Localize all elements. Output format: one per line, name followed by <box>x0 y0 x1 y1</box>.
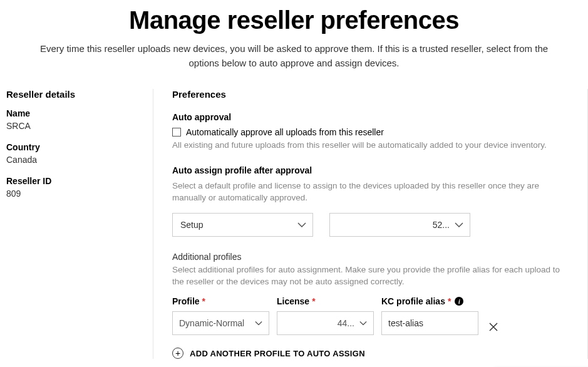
license-select[interactable]: 44... <box>277 311 374 335</box>
required-asterisk: * <box>312 296 315 306</box>
default-profile-select[interactable]: Setup <box>172 213 313 237</box>
detail-name-label: Name <box>6 108 140 118</box>
chevron-down-icon <box>297 222 306 227</box>
auto-approve-label: Automatically approve all uploads from t… <box>186 127 384 137</box>
auto-approval-heading: Auto approval <box>172 112 569 122</box>
chevron-down-icon <box>359 321 367 326</box>
chevron-down-icon <box>255 321 262 326</box>
additional-help: Select additional profiles for auto assi… <box>172 264 569 288</box>
profile-field-label: Profile <box>172 296 200 306</box>
license-field-label: License <box>277 296 309 306</box>
alias-input[interactable]: test-alias <box>381 311 478 335</box>
default-license-select[interactable]: 52... <box>329 213 470 237</box>
sidebar-heading: Reseller details <box>6 89 140 100</box>
default-profile-value: Setup <box>180 220 204 230</box>
content-heading: Preferences <box>172 89 569 100</box>
detail-country-label: Country <box>6 142 140 152</box>
detail-country-value: Canada <box>6 155 140 165</box>
profile-select[interactable]: Dynamic-Normal <box>172 311 269 335</box>
auto-approve-checkbox[interactable] <box>172 128 181 137</box>
page-title: Manage reseller preferences <box>38 6 550 34</box>
required-asterisk: * <box>202 296 205 306</box>
auto-approve-help: All existing and future uploads from thi… <box>172 140 569 152</box>
auto-assign-help: Select a default profile and license to … <box>172 180 569 204</box>
chevron-down-icon <box>455 222 463 227</box>
info-icon[interactable]: i <box>455 297 463 306</box>
auto-assign-heading: Auto assign profile after approval <box>172 165 569 175</box>
remove-profile-button[interactable] <box>486 323 501 331</box>
required-asterisk: * <box>448 296 451 306</box>
alias-field-label: KC profile alias <box>381 296 445 306</box>
plus-circle-icon: + <box>172 348 183 359</box>
add-profile-button[interactable]: + ADD ANOTHER PROFILE TO AUTO ASSIGN <box>172 348 569 359</box>
additional-heading: Additional profiles <box>172 252 569 262</box>
page-subtitle: Every time this reseller uploads new dev… <box>38 42 550 70</box>
add-profile-label: ADD ANOTHER PROFILE TO AUTO ASSIGN <box>190 349 365 358</box>
detail-resellerid-value: 809 <box>6 189 140 199</box>
detail-resellerid-label: Reseller ID <box>6 176 140 186</box>
default-license-value: 52... <box>338 220 450 230</box>
license-select-value: 44... <box>284 318 354 328</box>
detail-name-value: SRCA <box>6 121 140 131</box>
profile-select-value: Dynamic-Normal <box>179 318 244 328</box>
alias-input-value: test-alias <box>388 318 423 328</box>
